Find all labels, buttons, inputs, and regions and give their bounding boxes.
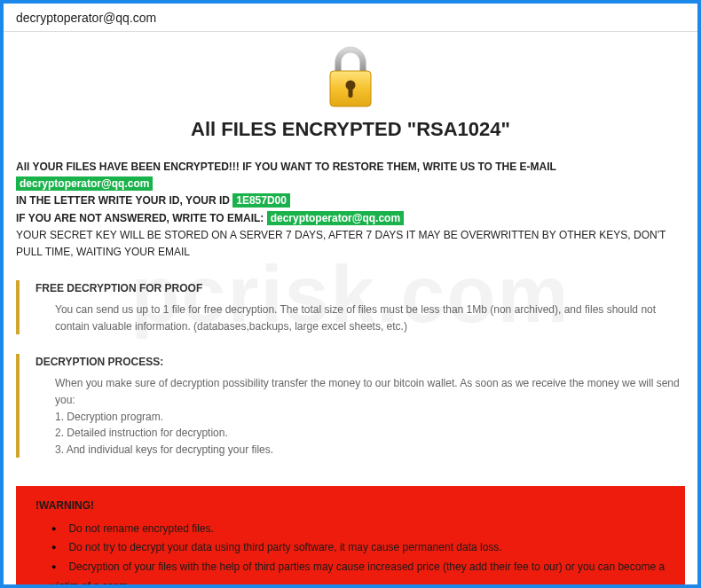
process-line: 1. Decryption program. bbox=[55, 409, 685, 426]
intro-block: All YOUR FILES HAVE BEEN ENCRYPTED!!! IF… bbox=[16, 159, 685, 261]
intro-line2: IN THE LETTER WRITE YOUR ID, YOUR ID bbox=[16, 194, 232, 207]
svg-rect-2 bbox=[349, 88, 353, 98]
process-line: When you make sure of decryption possibi… bbox=[55, 375, 685, 408]
intro-line4: YOUR SECRET KEY WILL BE STORED ON A SERV… bbox=[16, 227, 685, 261]
victim-id: 1E857D00 bbox=[232, 193, 290, 208]
intro-line1: All YOUR FILES HAVE BEEN ENCRYPTED!!! IF… bbox=[16, 161, 556, 173]
intro-line3: IF YOU ARE NOT ANSWERED, WRITE TO EMAIL: bbox=[16, 212, 267, 224]
warning-box: !WARNING! Do not rename encrypted files.… bbox=[16, 486, 685, 588]
section-decryption-process: DECRYPTION PROCESS: When you make sure o… bbox=[16, 354, 685, 458]
main-content: All FILES ENCRYPTED "RSA1024" All YOUR F… bbox=[4, 32, 697, 588]
section-body: When you make sure of decryption possibi… bbox=[35, 375, 685, 458]
lock-icon bbox=[16, 46, 685, 113]
email-2: decryptoperator@qq.com bbox=[267, 211, 404, 225]
window-title: decryptoperator@qq.com bbox=[4, 4, 697, 32]
warning-item: Do not rename encrypted files. bbox=[51, 520, 669, 539]
headline: All FILES ENCRYPTED "RSA1024" bbox=[16, 118, 685, 141]
email-1: decryptoperator@qq.com bbox=[16, 176, 153, 191]
warning-item: Do not try to decrypt your data using th… bbox=[51, 538, 669, 558]
section-title: FREE DECRYPTION FOR PROOF bbox=[35, 282, 685, 294]
process-line: 2. Detailed instruction for decryption. bbox=[55, 425, 685, 442]
warning-title: !WARNING! bbox=[35, 497, 669, 516]
section-free-decryption: FREE DECRYPTION FOR PROOF You can send u… bbox=[16, 280, 685, 334]
process-line: 3. And individual keys for decrypting yo… bbox=[55, 442, 685, 459]
section-body: You can send us up to 1 file for free de… bbox=[35, 302, 685, 334]
section-title: DECRYPTION PROCESS: bbox=[35, 356, 685, 368]
warning-item: Decryption of your files with the help o… bbox=[51, 558, 669, 588]
